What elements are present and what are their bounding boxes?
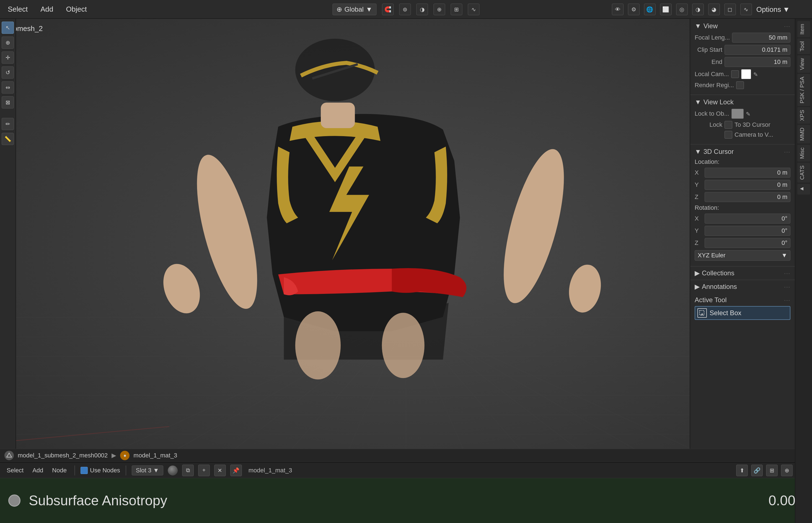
viewport-shade-icon[interactable]: ◑ (416, 4, 428, 15)
shading-material-icon[interactable]: ◑ (692, 4, 704, 15)
tab-view[interactable]: View (797, 55, 810, 73)
cursor-tool-btn[interactable]: ⊕ (2, 37, 14, 49)
rot-x-value[interactable]: 0° (705, 214, 790, 223)
node-new-icon[interactable]: + (198, 465, 210, 476)
annotate-tool-btn[interactable]: ✏ (2, 118, 14, 130)
end-value[interactable]: 10 m (724, 57, 790, 67)
local-cam-color[interactable] (741, 69, 751, 79)
local-cam-pencil[interactable] (753, 70, 758, 78)
cursor-3d-header[interactable]: ▼ 3D Cursor ··· (694, 148, 790, 156)
move-tool-btn[interactable]: ✛ (2, 52, 14, 64)
subsurface-node-circle (8, 494, 20, 507)
rotate-tool-btn[interactable]: ↺ (2, 67, 14, 78)
menu-add[interactable]: Add (38, 4, 55, 15)
node-tool-icon-1[interactable]: ⬆ (736, 465, 748, 476)
node-separator-1 (74, 466, 75, 475)
tab-extra[interactable]: ▶ (797, 184, 810, 195)
node-menu-node[interactable]: Node (50, 466, 69, 475)
euler-mode-dropdown[interactable]: XYZ Euler ▼ (694, 250, 790, 261)
curve-icon[interactable]: ∿ (740, 4, 752, 15)
scale-tool-btn[interactable]: ⇔ (2, 82, 14, 93)
editor-type-icon[interactable]: 👁 (612, 4, 624, 15)
view-chevron-down: ▼ (694, 22, 701, 30)
cursor-z-value[interactable]: 0 m (705, 192, 790, 202)
snap-icon[interactable]: 🧲 (382, 4, 394, 15)
tab-psk-psa[interactable]: PSK / PSA (797, 74, 810, 106)
node-tool-icon-2[interactable]: 🔗 (751, 465, 763, 476)
tab-mmd[interactable]: MMD (797, 125, 810, 144)
menu-object[interactable]: Object (64, 4, 89, 15)
tab-misc[interactable]: Misc (797, 145, 810, 162)
clip-start-value[interactable]: 0.0171 m (724, 45, 790, 55)
active-tool-title: Active Tool (694, 296, 727, 304)
select-box-item[interactable]: Select Box (694, 306, 790, 320)
svg-point-23 (295, 311, 341, 379)
render-region-label: Render Regi... (694, 82, 734, 89)
rot-z-value[interactable]: 0° (705, 238, 790, 248)
menu-select[interactable]: Select (5, 4, 30, 15)
camera-to-v-checkbox[interactable] (724, 131, 732, 139)
overlay-icon[interactable]: ⊕ (434, 4, 445, 15)
world-icon[interactable]: 🌐 (644, 4, 656, 15)
measure-tool-btn[interactable]: 📏 (2, 133, 14, 145)
cursor-y-row: Y 0 m (694, 180, 790, 190)
tab-xps[interactable]: XPS (797, 107, 810, 124)
proportional-edit-icon[interactable]: ⊚ (399, 4, 411, 15)
lock-3d-cursor-checkbox[interactable] (724, 121, 732, 129)
rot-y-row: Y 0° (694, 226, 790, 236)
node-editor-content: Subsurface Anisotropy 0.00 (0, 478, 812, 523)
transform-mode-label: Global (344, 5, 363, 13)
pie-menu-icon[interactable]: ∿ (468, 4, 480, 15)
node-close-icon[interactable]: ✕ (214, 465, 226, 476)
render-region-checkbox[interactable] (736, 82, 744, 89)
options-label: Options (756, 5, 781, 14)
cursor-z-row: Z 0 m (694, 192, 790, 202)
cursor-x-value[interactable]: 0 m (705, 168, 790, 178)
annotations-chevron-right: ▶ (694, 283, 700, 291)
use-nodes-label: Use Nodes (80, 467, 120, 474)
node-menu-select[interactable]: Select (4, 466, 26, 475)
tab-item[interactable]: Item (797, 21, 810, 37)
local-cam-checkbox[interactable] (731, 70, 739, 78)
lock-to-ob-pencil[interactable] (746, 110, 751, 118)
annotations-header[interactable]: ▶ Annotations ··· (694, 283, 790, 291)
transform-mode-dropdown[interactable]: ⊕ Global ▼ (332, 4, 376, 15)
subsurface-label: Subsurface Anisotropy (29, 492, 769, 509)
collections-header[interactable]: ▶ Collections ··· (694, 269, 790, 277)
options-chevron: ▼ (783, 5, 790, 14)
options-button[interactable]: Options ▼ (756, 5, 790, 14)
view-section-header[interactable]: ▼ View ··· (694, 22, 790, 30)
subsurface-value[interactable]: 0.00 (769, 492, 795, 509)
view-lock-header[interactable]: ▼ View Lock (694, 98, 790, 106)
xray-icon[interactable]: ⊞ (451, 4, 463, 15)
cursor-y-value[interactable]: 0 m (705, 180, 790, 190)
end-label: End (694, 58, 722, 66)
render-icon[interactable]: ⬜ (660, 4, 672, 15)
tab-cats[interactable]: CATS (797, 163, 810, 183)
tab-tool[interactable]: Tool (797, 38, 810, 54)
material-sphere-icon[interactable] (168, 466, 178, 475)
breadcrumb-arrow: ▶ (111, 452, 116, 459)
rot-z-label: Z (694, 239, 702, 247)
node-menu-add[interactable]: Add (30, 466, 46, 475)
rot-y-value[interactable]: 0° (705, 226, 790, 236)
shading-rendered-icon[interactable]: ◕ (708, 4, 720, 15)
lock-to-ob-widget[interactable] (732, 109, 744, 119)
viewport-settings-icon[interactable]: ⚙ (628, 4, 639, 15)
node-tool-icon-4[interactable]: ⊕ (781, 465, 793, 476)
transform-mode-icon: ⊕ (337, 5, 342, 13)
focal-length-value[interactable]: 50 mm (732, 33, 790, 42)
view-lock-chevron: ▼ (694, 98, 701, 106)
collections-label: Collections (702, 269, 734, 277)
node-tool-icon-3[interactable]: ⊞ (766, 465, 778, 476)
location-label: Location: (694, 158, 719, 165)
slot-dropdown[interactable]: Slot 3 ▼ (132, 466, 163, 475)
right-properties-panel: ▼ View ··· Focal Leng... 50 mm Clip Star… (690, 19, 795, 523)
node-pin-icon[interactable]: 📌 (230, 465, 242, 476)
use-nodes-checkbox[interactable] (80, 467, 88, 474)
transform-tool-btn[interactable]: ⊠ (2, 96, 14, 108)
shading-solid-icon[interactable]: ◎ (676, 4, 688, 15)
select-tool-btn[interactable]: ↖ (2, 22, 14, 34)
node-copy-icon[interactable]: ⧉ (182, 465, 194, 476)
shading-wireframe-icon[interactable]: ◻ (724, 4, 736, 15)
